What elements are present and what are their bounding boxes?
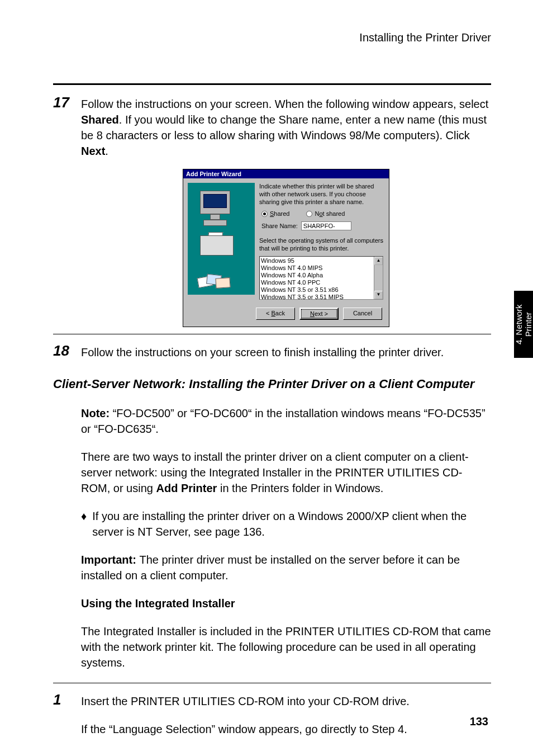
- text: “FO-DC500” or “FO-DC600“ in the installa…: [81, 407, 486, 435]
- step-18: 18 Follow the instructions on your scree…: [53, 344, 491, 360]
- text: N: [310, 310, 315, 317]
- text-bold: Next: [81, 145, 105, 157]
- step-body: Insert the PRINTER UTILITIES CD-ROM into…: [81, 693, 491, 709]
- step-body: If the “Language Selection” window appea…: [81, 721, 491, 737]
- paragraph: There are two ways to install the printe…: [53, 449, 491, 496]
- back-button[interactable]: < Back: [256, 308, 295, 320]
- step-number: 17: [53, 94, 69, 111]
- list-item[interactable]: Windows NT 3.5 or 3.51 MIPS: [261, 294, 373, 299]
- divider: [53, 683, 491, 683]
- page-number: 133: [470, 715, 488, 728]
- step-number: 1: [53, 691, 61, 708]
- step-body: Follow the instructions on your screen t…: [81, 344, 491, 360]
- text: B: [272, 310, 275, 316]
- text-bold: Important:: [81, 554, 139, 566]
- share-name-input[interactable]: [301, 221, 351, 230]
- scroll-down-icon[interactable]: ▼: [374, 291, 383, 299]
- computer-base-icon: [203, 220, 227, 226]
- printer-icon: [200, 235, 234, 256]
- os-instruction-text: Select the operating systems of all comp…: [259, 237, 383, 253]
- documents-icon: [198, 272, 230, 289]
- step-1: 1 Insert the PRINTER UTILITIES CD-ROM in…: [53, 693, 491, 737]
- scrollbar[interactable]: ▲ ▼: [374, 257, 383, 299]
- text: ack: [275, 310, 285, 316]
- text: hared: [274, 210, 289, 217]
- text: If you are installing the printer driver…: [92, 508, 491, 540]
- text-bold: Add Printer: [156, 482, 217, 494]
- radio-selected-icon: [261, 211, 268, 217]
- list-item[interactable]: Windows NT 4.0 MIPS: [261, 264, 373, 272]
- text: .: [105, 145, 108, 157]
- list-item[interactable]: Windows 95: [261, 257, 373, 264]
- text-bold: Shared: [81, 114, 119, 126]
- list-item[interactable]: Windows NT 4.0 Alpha: [261, 272, 373, 279]
- not-shared-radio[interactable]: Not shared: [306, 210, 345, 217]
- text: ext >: [315, 310, 328, 317]
- chapter-tab-label: 4. NetworkPrinter: [514, 304, 533, 344]
- step-17: 17 Follow the instructions on your scree…: [53, 96, 491, 327]
- scroll-up-icon[interactable]: ▲: [374, 257, 383, 265]
- shared-radio[interactable]: Shared: [261, 210, 289, 217]
- divider: [53, 334, 491, 334]
- cancel-button[interactable]: Cancel: [343, 308, 382, 320]
- text: <: [266, 310, 271, 316]
- instruction-text: Indicate whether this printer will be sh…: [259, 183, 383, 206]
- next-button[interactable]: Next >: [299, 308, 339, 320]
- text: Follow the instructions on your screen. …: [81, 98, 488, 110]
- chapter-tab: 4. NetworkPrinter: [514, 291, 533, 358]
- monitor-stand-icon: [210, 214, 220, 220]
- important-paragraph: Important: The printer driver must be in…: [53, 552, 491, 583]
- list-item[interactable]: Windows NT 3.5 or 3.51 x86: [261, 286, 373, 294]
- dialog-titlebar: Add Printer Wizard: [183, 169, 389, 178]
- text: t shared: [323, 210, 345, 217]
- step-number: 18: [53, 342, 69, 360]
- add-printer-wizard-dialog: Add Printer Wizard Indicate whether this…: [183, 169, 389, 327]
- share-name-label: Share Name:: [261, 223, 298, 229]
- text-bold: Note:: [81, 407, 113, 419]
- text: in the Printers folder in Windows.: [217, 482, 383, 494]
- running-header: Installing the Printer Driver: [53, 31, 491, 44]
- note-paragraph: Note: “FO-DC500” or “FO-DC600“ in the in…: [53, 405, 491, 437]
- monitor-icon: [200, 191, 230, 214]
- radio-unselected-icon: [306, 211, 312, 217]
- paragraph: The Integrated Installer is included in …: [53, 623, 491, 670]
- step-body: Follow the instructions on your screen. …: [81, 96, 491, 159]
- section-heading: Client-Server Network: Installing the Pr…: [53, 376, 491, 393]
- wizard-side-graphic: [188, 183, 255, 295]
- list-item[interactable]: Windows NT 4.0 PPC: [261, 279, 373, 286]
- text: . If you would like to change the Share …: [81, 114, 487, 141]
- bullet-item: ♦ If you are installing the printer driv…: [53, 508, 491, 540]
- bullet-icon: ♦: [81, 508, 87, 540]
- divider: [53, 83, 491, 85]
- subheading: Using the Integrated Installer: [53, 596, 491, 611]
- os-listbox[interactable]: Windows 95 Windows NT 4.0 MIPS Windows N…: [259, 256, 383, 300]
